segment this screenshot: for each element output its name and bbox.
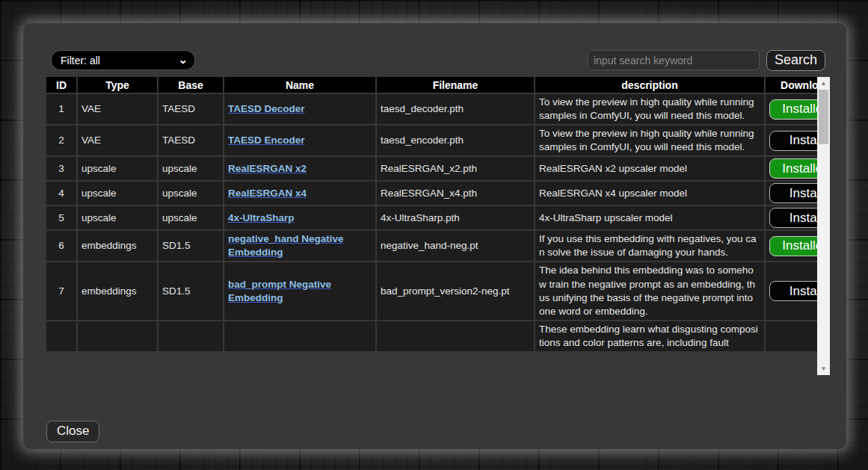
- search-input[interactable]: [588, 50, 760, 70]
- cell-download: [766, 321, 817, 351]
- model-table-body: 1VAETAESDTAESD Decodertaesd_decoder.pthT…: [46, 94, 817, 351]
- table-row: These embedding learn what disgusting co…: [46, 321, 817, 351]
- cell-base: TAESD: [158, 94, 223, 124]
- cell-download: Install: [766, 206, 817, 229]
- table-row: 1VAETAESDTAESD Decodertaesd_decoder.pthT…: [46, 94, 817, 124]
- model-manager-dialog: Filter: all ⌄ Search IDTypeBaseNameFilen…: [23, 23, 846, 449]
- cell-filename: 4x-UltraSharp.pth: [377, 206, 534, 229]
- table-row: 4upscaleupscaleRealESRGAN x4RealESRGAN_x…: [46, 182, 817, 205]
- cell-description: To view the preview in high quality whil…: [535, 94, 764, 124]
- cell-base: SD1.5: [158, 231, 223, 261]
- column-header-type: Type: [78, 77, 157, 93]
- search-button[interactable]: Search: [766, 50, 825, 71]
- cell-filename: [377, 321, 534, 351]
- table-row: 5upscaleupscale4x-UltraSharp4x-UltraShar…: [46, 206, 817, 229]
- install-button[interactable]: Install: [769, 131, 817, 151]
- cell-description: If you use this embedding with negatives…: [535, 231, 764, 261]
- column-header-name: Name: [224, 77, 375, 93]
- cell-name: RealESRGAN x2: [224, 157, 375, 180]
- cell-base: TAESD: [158, 126, 223, 155]
- models-table: IDTypeBaseNameFilenamedescriptionDownloa…: [46, 77, 817, 353]
- models-table-zone: IDTypeBaseNameFilenamedescriptionDownloa…: [46, 77, 830, 375]
- cell-type: VAE: [78, 94, 157, 124]
- cell-filename: taesd_encoder.pth: [377, 126, 534, 155]
- table-header-row: IDTypeBaseNameFilenamedescriptionDownloa…: [46, 77, 817, 93]
- cell-type: upscale: [78, 182, 157, 205]
- cell-download: Install: [766, 126, 817, 155]
- close-button[interactable]: Close: [46, 421, 99, 442]
- cell-id: 4: [46, 182, 76, 205]
- dialog-topbar: Filter: all ⌄ Search: [51, 49, 825, 71]
- cell-description: RealESRGAN x2 upscaler model: [535, 157, 764, 180]
- model-name-link[interactable]: RealESRGAN x4: [228, 188, 307, 199]
- table-scrollbar[interactable]: ▲ ▼: [817, 77, 830, 375]
- cell-id: 3: [46, 157, 76, 180]
- cell-base: [158, 321, 223, 351]
- column-header-download: Download: [766, 77, 817, 93]
- cell-base: upscale: [158, 182, 223, 205]
- cell-name: [224, 321, 375, 351]
- scrollbar-thumb[interactable]: [819, 90, 828, 144]
- filter-select-wrap: Filter: all ⌄: [51, 50, 195, 70]
- cell-type: embeddings: [78, 231, 157, 261]
- cell-download: Install: [766, 182, 817, 205]
- install-button[interactable]: Install: [769, 281, 817, 301]
- cell-id: 2: [46, 126, 76, 155]
- cell-download: Installed: [766, 157, 817, 180]
- cell-id: 5: [46, 206, 76, 229]
- cell-filename: negative_hand-neg.pt: [377, 231, 534, 261]
- cell-id: 1: [46, 94, 76, 124]
- column-header-base: Base: [158, 77, 223, 93]
- table-row: 3upscaleupscaleRealESRGAN x2RealESRGAN_x…: [46, 157, 817, 180]
- cell-id: 6: [46, 231, 76, 261]
- model-name-link[interactable]: bad_prompt Negative Embedding: [228, 279, 331, 303]
- cell-name: bad_prompt Negative Embedding: [224, 262, 375, 319]
- table-row: 7embeddingsSD1.5bad_prompt Negative Embe…: [46, 262, 817, 319]
- model-name-link[interactable]: 4x-UltraSharp: [228, 212, 295, 223]
- table-row: 6embeddingsSD1.5negative_hand Negative E…: [46, 231, 817, 261]
- installed-button[interactable]: Installed: [769, 236, 817, 256]
- column-header-id: ID: [46, 77, 76, 93]
- model-name-link[interactable]: TAESD Encoder: [228, 134, 305, 146]
- cell-description: 4x-UltraSharp upscaler model: [535, 206, 764, 229]
- column-header-description: description: [535, 77, 764, 93]
- cell-description: RealESRGAN x4 upscaler model: [535, 182, 764, 205]
- scroll-down-arrow-icon[interactable]: ▼: [817, 362, 830, 375]
- cell-name: TAESD Decoder: [224, 94, 375, 124]
- models-table-viewport: IDTypeBaseNameFilenamedescriptionDownloa…: [46, 77, 817, 375]
- cell-name: negative_hand Negative Embedding: [224, 231, 375, 261]
- model-name-link[interactable]: TAESD Decoder: [228, 103, 305, 114]
- table-row: 2VAETAESDTAESD Encodertaesd_encoder.pthT…: [46, 126, 817, 155]
- cell-name: TAESD Encoder: [224, 126, 375, 155]
- install-button[interactable]: Install: [769, 183, 817, 203]
- cell-description: These embedding learn what disgusting co…: [535, 321, 764, 351]
- installed-button[interactable]: Installed: [769, 99, 817, 120]
- installed-button[interactable]: Installed: [769, 158, 817, 179]
- model-name-link[interactable]: RealESRGAN x2: [228, 163, 307, 174]
- cell-name: 4x-UltraSharp: [224, 206, 375, 229]
- cell-filename: RealESRGAN_x2.pth: [377, 157, 534, 180]
- search-group: Search: [588, 50, 825, 71]
- cell-type: upscale: [78, 157, 157, 180]
- cell-description: The idea behind this embedding was to so…: [535, 262, 764, 319]
- model-name-link[interactable]: negative_hand Negative Embedding: [228, 233, 344, 258]
- cell-filename: bad_prompt_version2-neg.pt: [377, 262, 534, 319]
- filter-select[interactable]: Filter: all: [51, 50, 195, 70]
- install-button[interactable]: Install: [769, 208, 817, 228]
- cell-type: VAE: [78, 126, 157, 155]
- scroll-up-arrow-icon[interactable]: ▲: [817, 77, 830, 90]
- cell-id: 7: [46, 262, 76, 319]
- cell-filename: RealESRGAN_x4.pth: [377, 182, 534, 205]
- cell-type: upscale: [78, 206, 157, 229]
- cell-download: Installed: [766, 231, 817, 261]
- cell-base: upscale: [158, 157, 223, 180]
- cell-base: SD1.5: [158, 262, 223, 319]
- cell-description: To view the preview in high quality whil…: [535, 126, 764, 155]
- cell-base: upscale: [158, 206, 223, 229]
- column-header-filename: Filename: [377, 77, 534, 93]
- cell-type: [78, 321, 157, 351]
- cell-id: [46, 321, 76, 351]
- cell-download: Installed: [766, 94, 817, 124]
- cell-filename: taesd_decoder.pth: [377, 94, 534, 124]
- cell-download: Install: [766, 262, 817, 319]
